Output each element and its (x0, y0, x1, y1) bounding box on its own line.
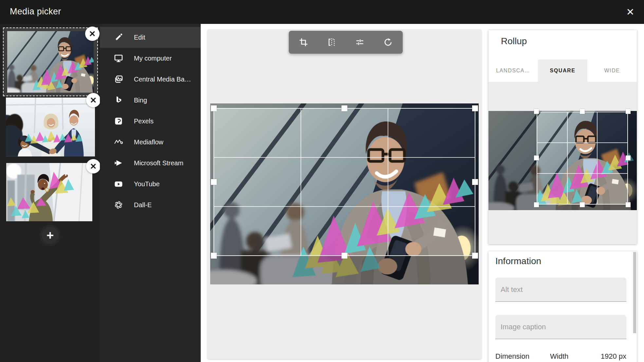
pexels-icon (114, 116, 123, 126)
crop-handle-top-middle[interactable] (341, 105, 347, 111)
menu-item-label: Mediaflow (134, 138, 163, 146)
monitor-icon (114, 53, 123, 63)
close-icon[interactable]: ✕ (623, 5, 637, 19)
panel-scrollbar[interactable] (633, 252, 636, 333)
remove-icon[interactable]: ✕ (85, 27, 100, 41)
menu-item-label: Microsoft Stream (134, 159, 183, 167)
thumbnail-woman-whiteboard[interactable] (6, 163, 92, 221)
preview-dim-left (488, 111, 537, 210)
editor-surface (208, 29, 481, 359)
thumbnail-rail: ✕ ✕ ✕ + (0, 24, 100, 362)
menu-item-label: Bing (134, 97, 147, 104)
mediaflow-icon (114, 137, 123, 147)
information-panel: Information Dimension Width 1920 px (488, 251, 637, 362)
tab-landscape[interactable]: LANDSCA… (488, 60, 538, 82)
rollup-panel: Rollup LANDSCA… SQUARE WIDE (488, 30, 637, 244)
menu-item-label: Dall-E (134, 201, 152, 209)
crop-gridline (214, 206, 475, 207)
preview-crop-frame[interactable] (537, 112, 628, 205)
crop-gridline (537, 142, 627, 143)
dimension-property: Width (550, 352, 588, 361)
alt-text-input[interactable] (495, 278, 626, 302)
dimension-value: 1920 px (588, 352, 627, 361)
dialog-titlebar: Media picker ✕ (0, 0, 644, 24)
menu-item-youtube[interactable]: YouTube (100, 173, 201, 194)
crop-frame[interactable] (213, 108, 475, 256)
preview-handle-top-left[interactable] (534, 109, 539, 114)
adjust-icon[interactable] (354, 37, 365, 48)
dimension-row: Dimension Width 1920 px (495, 352, 626, 361)
thumbnail-team-handshake[interactable] (6, 98, 95, 156)
remove-icon[interactable]: ✕ (86, 159, 101, 173)
crop-handle-top-left[interactable] (211, 105, 217, 111)
rollup-preview (488, 111, 637, 210)
pencil-icon (114, 32, 123, 42)
add-media-button[interactable]: + (42, 227, 59, 244)
photo-businessman (7, 31, 94, 93)
preview-handle-bottom-right[interactable] (626, 202, 631, 207)
thumbnail-selected-businessman[interactable] (3, 27, 98, 96)
tab-wide[interactable]: WIDE (587, 60, 637, 82)
tab-square[interactable]: SQUARE (538, 60, 587, 82)
dialog-title: Media picker (10, 7, 61, 17)
preview-handle-top-right[interactable] (626, 109, 631, 114)
menu-item-pexels[interactable]: Pexels (100, 111, 201, 132)
crop-handle-bottom-middle[interactable] (341, 253, 347, 259)
menu-item-label: My computer (134, 55, 172, 62)
menu-item-edit[interactable]: Edit (100, 27, 201, 48)
crop-gridline (597, 112, 598, 204)
editing-image-stage (210, 103, 479, 284)
media-bank-icon (114, 74, 123, 84)
crop-icon[interactable] (298, 37, 309, 48)
menu-item-dalle[interactable]: Dall-E (100, 194, 201, 215)
crop-dim-bottom (210, 256, 479, 284)
rollup-media-area (488, 82, 637, 244)
flip-icon[interactable] (326, 37, 337, 48)
dalle-icon (114, 200, 123, 210)
menu-item-mediaflow[interactable]: Mediaflow (100, 132, 201, 153)
menu-item-label: Edit (134, 34, 145, 41)
crop-gridline (537, 173, 627, 174)
crop-gridline (214, 157, 475, 158)
crop-gridline (567, 112, 568, 204)
crop-handle-middle-left[interactable] (211, 179, 217, 185)
rotate-icon[interactable] (382, 37, 394, 48)
crop-handle-bottom-right[interactable] (472, 253, 478, 259)
preview-handle-bottom-middle[interactable] (580, 202, 585, 207)
menu-item-my-computer[interactable]: My computer (100, 48, 201, 69)
preview-handle-middle-left[interactable] (534, 155, 539, 160)
bing-icon (114, 95, 123, 105)
remove-icon[interactable]: ✕ (86, 93, 101, 107)
crop-handle-top-right[interactable] (472, 105, 478, 111)
crop-gridline (388, 109, 388, 255)
youtube-icon (114, 179, 123, 189)
crop-handle-bottom-left[interactable] (211, 253, 217, 259)
preview-handle-bottom-left[interactable] (534, 202, 539, 207)
preview-handle-middle-right[interactable] (626, 155, 631, 160)
menu-item-microsoft-stream[interactable]: Microsoft Stream (100, 153, 201, 173)
crop-gridline (301, 109, 301, 255)
menu-item-central-media-bank[interactable]: Central Media Ba… (100, 69, 201, 90)
menu-item-label: Central Media Ba… (134, 76, 191, 83)
preview-dim-right (628, 111, 637, 210)
information-title: Information (495, 256, 541, 266)
stream-icon (114, 158, 123, 168)
preview-handle-top-middle[interactable] (580, 109, 585, 114)
rollup-title: Rollup (501, 36, 527, 46)
menu-item-label: Pexels (134, 118, 154, 125)
source-menu: Edit My computer Central Media Ba… Bing … (100, 24, 201, 362)
menu-item-label: YouTube (134, 180, 160, 188)
rollup-tabs: LANDSCA… SQUARE WIDE (488, 60, 637, 82)
image-caption-input[interactable] (495, 315, 626, 339)
editor-canvas-area (201, 24, 488, 362)
editor-toolbar (289, 31, 403, 54)
dimension-label: Dimension (495, 352, 550, 361)
menu-item-bing[interactable]: Bing (100, 90, 201, 111)
crop-handle-middle-right[interactable] (472, 179, 478, 185)
